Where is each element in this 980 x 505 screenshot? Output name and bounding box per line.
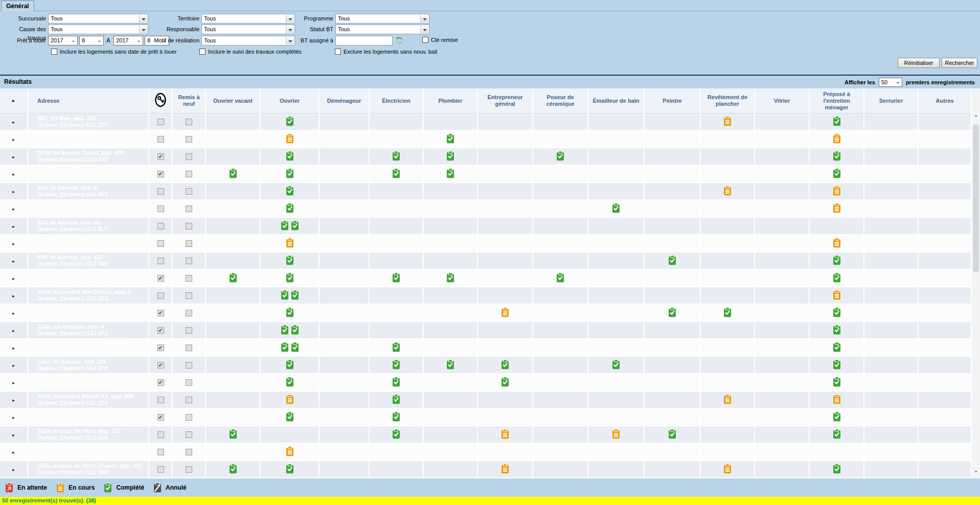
status-icon-complete[interactable]	[833, 168, 841, 178]
status-icon-progress[interactable]	[612, 429, 620, 439]
chevron-down-icon[interactable]	[286, 15, 294, 22]
column-header-entrepreneur_general[interactable]: Entrepreneur général	[478, 88, 533, 113]
row-expander[interactable]: ▸	[0, 305, 28, 322]
status-icon-complete[interactable]	[446, 151, 454, 161]
column-header-vitrier[interactable]: Vitrier	[755, 88, 810, 113]
status-icon-progress[interactable]	[833, 394, 841, 404]
status-icon-complete[interactable]	[286, 168, 294, 178]
status-icon-complete[interactable]	[833, 272, 841, 283]
column-header-cle[interactable]	[149, 88, 173, 113]
status-icon-complete[interactable]	[833, 377, 841, 387]
status-icon-complete[interactable]	[612, 203, 620, 213]
reset-button[interactable]: Réinitialiser	[898, 58, 940, 68]
row-expander[interactable]: ▸	[0, 235, 28, 252]
scroll-down-icon[interactable]: ⌄	[972, 466, 980, 475]
status-icon-complete[interactable]	[833, 151, 841, 161]
status-icon-complete[interactable]	[392, 429, 400, 439]
row-expander[interactable]: ▸	[0, 131, 28, 148]
row-expander[interactable]: ▸	[0, 426, 28, 444]
chevron-down-icon[interactable]	[286, 37, 294, 44]
status-icon-complete[interactable]	[392, 342, 400, 352]
status-icon-complete[interactable]	[833, 307, 841, 317]
column-header-demenageur[interactable]: Déménageur	[320, 88, 370, 113]
status-icon-complete[interactable]	[392, 168, 400, 178]
status-icon-complete[interactable]	[723, 307, 732, 317]
column-header-adresse[interactable]: Adresse	[28, 88, 149, 113]
status-icon-complete[interactable]	[286, 151, 294, 161]
status-icon-complete[interactable]	[286, 203, 294, 213]
status-icon-complete[interactable]	[392, 394, 400, 404]
chevron-down-icon[interactable]	[286, 26, 294, 33]
status-icon-complete[interactable]	[833, 359, 841, 370]
status-icon-complete[interactable]	[229, 464, 237, 474]
status-icon-complete[interactable]	[286, 116, 294, 126]
status-icon-complete[interactable]	[229, 272, 237, 283]
status-icon-complete[interactable]	[501, 377, 509, 387]
column-header-remis[interactable]: Remis à neuf	[173, 88, 206, 113]
chevron-down-icon[interactable]	[139, 15, 147, 22]
row-expander[interactable]: ▸	[0, 166, 28, 183]
status-icon-complete[interactable]	[291, 325, 299, 335]
scrollbar-thumb[interactable]	[973, 124, 979, 272]
column-header-revetement_plancher[interactable]: Revêtement de plancher	[701, 88, 755, 113]
column-header-ouvrier[interactable]: Ouvrier	[261, 88, 320, 113]
status-icon-progress[interactable]	[501, 429, 509, 439]
status-icon-progress[interactable]	[501, 307, 509, 317]
column-header-poseur_ceramique[interactable]: Poseur de céramique	[533, 88, 588, 113]
status-icon-complete[interactable]	[392, 272, 400, 283]
row-expander[interactable]: ▸	[0, 148, 28, 166]
row-expander[interactable]: ▸	[0, 444, 28, 461]
status-icon-complete[interactable]	[833, 464, 841, 474]
status-icon-complete[interactable]	[668, 255, 676, 265]
status-icon-progress[interactable]	[501, 464, 509, 474]
status-icon-complete[interactable]	[392, 359, 400, 370]
status-icon-complete[interactable]	[668, 307, 676, 317]
row-expander[interactable]: ▸	[0, 322, 28, 339]
status-icon-complete[interactable]	[291, 220, 299, 231]
row-expander[interactable]: ▸	[0, 113, 28, 131]
column-header-ouvrier_vacant[interactable]: Ouvrier vacant	[206, 88, 261, 113]
row-expander[interactable]: ▸	[0, 392, 28, 409]
row-expander[interactable]: ▸	[0, 339, 28, 357]
vertical-scrollbar[interactable]: ⌃ ⌄	[972, 88, 980, 478]
row-expander[interactable]: ▸	[0, 183, 28, 200]
column-header-serrurier[interactable]: Serrurier	[864, 88, 919, 113]
status-icon-complete[interactable]	[281, 342, 289, 352]
statut-bt-dropdown[interactable]: Tous	[335, 25, 429, 34]
row-expander[interactable]: ▸	[0, 461, 28, 478]
chevron-down-icon[interactable]	[420, 26, 428, 33]
status-icon-progress[interactable]	[833, 238, 841, 248]
status-icon-progress[interactable]	[723, 464, 732, 474]
status-icon-complete[interactable]	[833, 411, 841, 422]
show-count-select[interactable]: 50 ⌄	[879, 78, 902, 87]
status-icon-complete[interactable]	[291, 342, 299, 352]
row-expander[interactable]: ▸	[0, 200, 28, 218]
cause-travaux-dropdown[interactable]: Tous	[48, 25, 148, 34]
status-icon-complete[interactable]	[286, 255, 294, 265]
inclure-suivi-checkbox[interactable]	[199, 49, 206, 55]
status-icon-complete[interactable]	[286, 464, 294, 474]
status-icon-complete[interactable]	[286, 377, 294, 387]
status-icon-complete[interactable]	[833, 342, 841, 352]
row-expander[interactable]: ▸	[0, 287, 28, 305]
territoire-dropdown[interactable]: Tous	[201, 14, 295, 24]
status-icon-complete[interactable]	[446, 359, 454, 370]
status-icon-complete[interactable]	[833, 429, 841, 439]
refresh-icon[interactable]	[395, 36, 403, 44]
row-expander[interactable]: ▸	[0, 409, 28, 426]
status-icon-progress[interactable]	[723, 394, 732, 404]
column-header-electricien[interactable]: Électricien	[370, 88, 424, 113]
column-header-prepose_entretien[interactable]: Préposé à l'entretien ménager	[810, 88, 864, 113]
pret-year-to-select[interactable]: 2017⌄	[113, 36, 143, 45]
column-header-autres[interactable]: Autres	[919, 88, 972, 113]
status-icon-complete[interactable]	[446, 272, 454, 283]
status-icon-complete[interactable]	[281, 220, 289, 231]
status-icon-progress[interactable]	[833, 133, 841, 144]
status-icon-complete[interactable]	[286, 186, 294, 196]
status-icon-progress[interactable]	[723, 186, 732, 196]
status-icon-complete[interactable]	[612, 359, 620, 370]
status-icon-progress[interactable]	[833, 186, 841, 196]
bt-assigne-input[interactable]	[335, 36, 393, 45]
pret-year-from-select[interactable]: 2017⌄	[48, 36, 78, 45]
exclure-nouv-bail-checkbox[interactable]	[335, 49, 341, 55]
